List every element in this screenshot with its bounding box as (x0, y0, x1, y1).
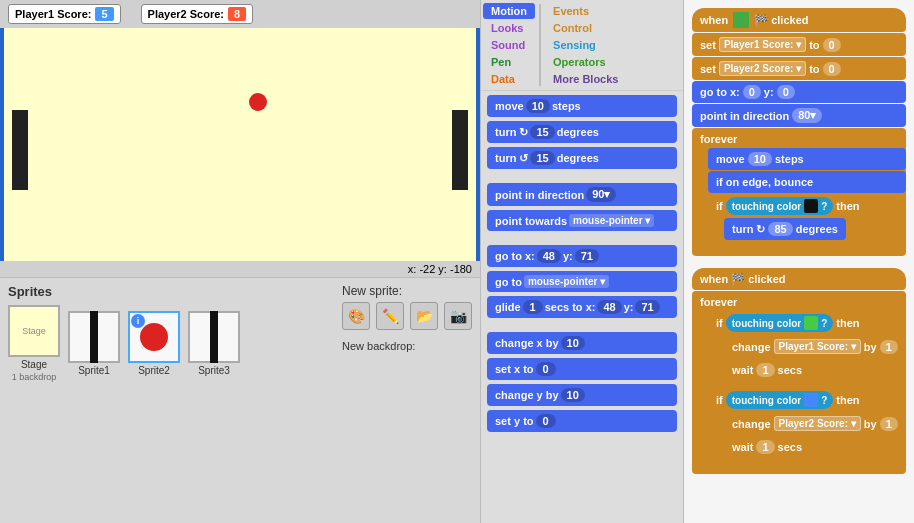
if-touching-green: if touching color ? then change Player1 … (708, 311, 906, 387)
hat-block-1[interactable]: when 🏁 clicked (692, 8, 906, 32)
change-player1-score[interactable]: change Player1 Score: ▾ by 1 (724, 335, 906, 358)
script-group-2: when 🏁 clicked forever if touching color… (692, 268, 906, 474)
right-goal (452, 110, 468, 190)
block-move[interactable]: move 10 steps (487, 95, 677, 117)
player2-score-box: Player2 Score: 8 (141, 4, 254, 24)
new-sprite-label: New sprite: (342, 284, 402, 298)
import-sprite-button[interactable]: 📂 (410, 302, 438, 330)
ball-sprite (249, 93, 267, 111)
camera-sprite-button[interactable]: 📷 (444, 302, 472, 330)
if-touching-blue: if touching color ? then change Player2 … (708, 388, 906, 464)
block-goto-mousepointer[interactable]: go to mouse-pointer ▾ (487, 271, 677, 292)
block-set-x[interactable]: set x to 0 (487, 358, 677, 380)
cat-events[interactable]: Events (545, 3, 626, 19)
sprites-label: Sprites (8, 284, 240, 299)
player1-label: Player1 Score: (15, 8, 91, 20)
move-steps-script[interactable]: move 10 steps (708, 148, 906, 170)
script-group-1: when 🏁 clicked set Player1 Score: ▾ to 0… (692, 8, 906, 256)
stage-coordinates: x: -22 y: -180 (0, 261, 480, 277)
cat-looks[interactable]: Looks (483, 20, 535, 36)
forever-label-1: forever (692, 130, 906, 148)
block-change-y[interactable]: change y by 10 (487, 384, 677, 406)
blocks-list: move 10 steps turn ↻ 15 degrees turn ↺ 1… (481, 91, 683, 523)
sprite3-thumbnail[interactable] (188, 311, 240, 363)
stage-sprite-item[interactable]: Stage Stage 1 backdrop (8, 305, 60, 382)
if-edge-bounce[interactable]: if on edge, bounce (708, 171, 906, 193)
wait-1-secs-2[interactable]: wait 1 secs (724, 436, 906, 458)
cat-moreblocks[interactable]: More Blocks (545, 71, 626, 87)
forever-block-1: forever move 10 steps if on edge, bounce… (692, 128, 906, 256)
upload-sprite-button[interactable]: ✏️ (376, 302, 404, 330)
sprite3-name: Sprite3 (198, 365, 230, 376)
stage-canvas (0, 28, 480, 261)
cat-data[interactable]: Data (483, 71, 535, 87)
player2-value: 8 (228, 7, 246, 21)
score-bar: Player1 Score: 5 Player2 Score: 8 (0, 0, 480, 28)
goto-xy-block-1[interactable]: go to x: 0 y: 0 (692, 81, 906, 103)
forever-label-2: forever (692, 293, 906, 311)
script-panel: when 🏁 clicked set Player1 Score: ▾ to 0… (684, 0, 914, 523)
sprite1-item[interactable]: Sprite1 (68, 311, 120, 376)
stage-sprite-name: Stage (21, 359, 47, 370)
player1-score-box: Player1 Score: 5 (8, 4, 121, 24)
new-backdrop-label: New backdrop: (342, 340, 415, 352)
block-point-towards[interactable]: point towards mouse-pointer ▾ (487, 210, 677, 231)
sprite1-thumbnail[interactable] (68, 311, 120, 363)
player2-label: Player2 Score: (148, 8, 224, 20)
wait-1-secs-1[interactable]: wait 1 secs (724, 359, 906, 381)
set-player1-score-block[interactable]: set Player1 Score: ▾ to 0 (692, 33, 906, 56)
sprite3-item[interactable]: Sprite3 (188, 311, 240, 376)
point-direction-block[interactable]: point in direction 80▾ (692, 104, 906, 127)
player1-value: 5 (95, 7, 113, 21)
left-goal (12, 110, 28, 190)
new-sprite-buttons: 🎨 ✏️ 📂 📷 (342, 302, 472, 330)
block-turn-cw[interactable]: turn ↻ 15 degrees (487, 121, 677, 143)
sprite-info-icon[interactable]: i (131, 314, 145, 328)
block-glide[interactable]: glide 1 secs to x: 48 y: 71 (487, 296, 677, 318)
forever-block-2: forever if touching color ? then change … (692, 291, 906, 474)
block-change-x[interactable]: change x by 10 (487, 332, 677, 354)
block-point-direction[interactable]: point in direction 90▾ (487, 183, 677, 206)
block-turn-ccw[interactable]: turn ↺ 15 degrees (487, 147, 677, 169)
sprite2-name: Sprite2 (138, 365, 170, 376)
if-touching-black: if touching color ? then turn ↻ 85 degre… (708, 194, 906, 246)
stage-thumbnail[interactable]: Stage (8, 305, 60, 357)
sprite2-item[interactable]: i Sprite2 (128, 311, 180, 376)
change-player2-score[interactable]: change Player2 Score: ▾ by 1 (724, 412, 906, 435)
cat-operators[interactable]: Operators (545, 54, 626, 70)
cat-pen[interactable]: Pen (483, 54, 535, 70)
set-player2-score-block[interactable]: set Player2 Score: ▾ to 0 (692, 57, 906, 80)
block-goto-xy[interactable]: go to x: 48 y: 71 (487, 245, 677, 267)
sprite2-thumbnail[interactable]: i (128, 311, 180, 363)
sprite1-name: Sprite1 (78, 365, 110, 376)
cat-control[interactable]: Control (545, 20, 626, 36)
hat-block-2[interactable]: when 🏁 clicked (692, 268, 906, 290)
cat-sound[interactable]: Sound (483, 37, 535, 53)
new-sprite-area: New sprite: 🎨 ✏️ 📂 📷 New backdrop: (342, 284, 472, 352)
cat-sensing[interactable]: Sensing (545, 37, 626, 53)
block-set-y[interactable]: set y to 0 (487, 410, 677, 432)
sprites-list: Stage Stage 1 backdrop Sprite1 (8, 305, 240, 382)
turn-degrees-script[interactable]: turn ↻ 85 degrees (724, 218, 846, 240)
paint-sprite-button[interactable]: 🎨 (342, 302, 370, 330)
cat-motion[interactable]: Motion (483, 3, 535, 19)
